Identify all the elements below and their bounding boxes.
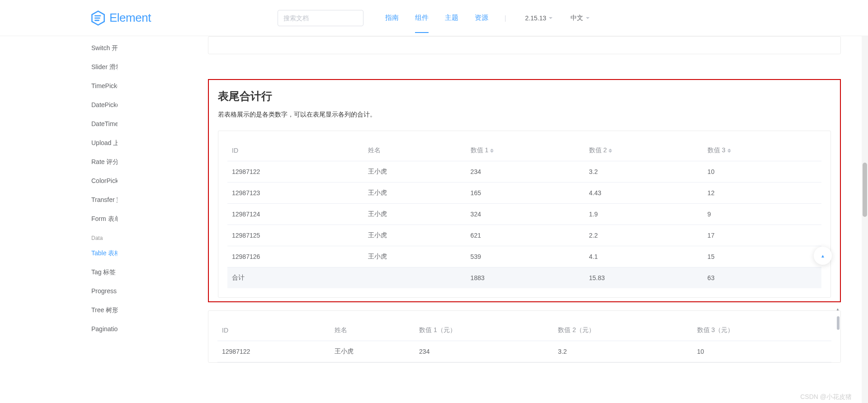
table-cell: 17 xyxy=(703,225,821,246)
table-cell: 10 xyxy=(693,341,831,362)
footer-cell: 合计 xyxy=(227,267,363,289)
content: 表尾合计行 若表格展示的是各类数字，可以在表尾显示各列的合计。 ID 姓名 数值… xyxy=(208,36,868,403)
sidebar-item-timepicker[interactable]: TimePicker 时间选择器 xyxy=(91,77,118,96)
table-cell: 621 xyxy=(466,225,585,246)
sort-caret-icon[interactable] xyxy=(727,147,731,155)
table-row[interactable]: 12987126王小虎5394.115 xyxy=(227,246,821,267)
sidebar-item-switch[interactable]: Switch 开关 xyxy=(91,39,118,58)
page-scrollbar-thumb[interactable] xyxy=(863,163,867,217)
footer-cell xyxy=(363,267,466,289)
summary-table-1: ID 姓名 数值 1 数值 2 数值 3 12987122王小虎2343.210… xyxy=(227,140,821,288)
table-cell: 12987125 xyxy=(227,225,363,246)
th-amount3[interactable]: 数值 3（元） xyxy=(693,320,831,341)
footer-cell: 63 xyxy=(703,267,821,289)
nav-resources[interactable]: 资源 xyxy=(475,3,488,33)
sidebar: Switch 开关 Slider 滑块 TimePicker 时间选择器 Dat… xyxy=(0,36,118,403)
sidebar-item-upload[interactable]: Upload 上传 xyxy=(91,134,118,153)
table-cell: 10 xyxy=(703,161,821,183)
prev-demo-card-bottom xyxy=(208,36,841,54)
table-cell: 12987123 xyxy=(227,183,363,204)
table-cell: 12987122 xyxy=(217,341,330,362)
table-cell: 3.2 xyxy=(553,341,692,362)
version-text: 2.15.13 xyxy=(525,14,547,22)
highlight-annotation: 表尾合计行 若表格展示的是各类数字，可以在表尾显示各列的合计。 ID 姓名 数值… xyxy=(208,79,841,302)
table-row[interactable]: 12987123王小虎1654.4312 xyxy=(227,183,821,204)
footer-cell: 1883 xyxy=(466,267,585,289)
th-name[interactable]: 姓名 xyxy=(363,140,466,161)
th-id[interactable]: ID xyxy=(227,140,363,161)
th-name[interactable]: 姓名 xyxy=(330,320,415,341)
sidebar-item-colorpicker[interactable]: ColorPicker 颜色选择器 xyxy=(91,172,118,191)
table-cell: 王小虎 xyxy=(363,204,466,225)
search-box xyxy=(278,10,363,26)
nav-components[interactable]: 组件 xyxy=(415,3,429,33)
table-cell: 王小虎 xyxy=(330,341,415,362)
section-desc: 若表格展示的是各类数字，可以在表尾显示各列的合计。 xyxy=(218,111,831,119)
sidebar-item-slider[interactable]: Slider 滑块 xyxy=(91,58,118,77)
sidebar-item-progress[interactable]: Progress 进度条 xyxy=(91,282,118,301)
table-cell: 4.1 xyxy=(585,246,703,267)
sidebar-group-data: Data xyxy=(91,229,118,244)
th-id[interactable]: ID xyxy=(217,320,330,341)
topbar: Element 指南 组件 主题 资源 | 2.15.13 中文 xyxy=(0,0,868,36)
chevron-down-icon xyxy=(549,17,552,21)
table-cell: 3.2 xyxy=(585,161,703,183)
main-nav: 指南 组件 主题 资源 | 2.15.13 中文 xyxy=(377,3,861,33)
table-cell: 234 xyxy=(415,341,553,362)
table-cell: 15 xyxy=(703,246,821,267)
table-cell: 12987124 xyxy=(227,204,363,225)
inner-scrollbar-thumb[interactable] xyxy=(837,316,840,330)
sidebar-item-pagination[interactable]: Pagination 分页 xyxy=(91,320,118,339)
th-amount3[interactable]: 数值 3 xyxy=(703,140,821,161)
back-to-top-button[interactable]: ▲ xyxy=(814,247,832,265)
scroll-up-icon[interactable]: ▲ xyxy=(836,307,840,311)
nav-theme[interactable]: 主题 xyxy=(445,3,458,33)
sidebar-item-table[interactable]: Table 表格 xyxy=(91,244,118,263)
table-cell: 539 xyxy=(466,246,585,267)
language-dropdown[interactable]: 中文 xyxy=(571,3,590,33)
table-row[interactable]: 12987125王小虎6212.217 xyxy=(227,225,821,246)
table-cell: 12 xyxy=(703,183,821,204)
th-amount2[interactable]: 数值 2（元） xyxy=(553,320,692,341)
sidebar-item-rate[interactable]: Rate 评分 xyxy=(91,153,118,172)
page-scrollbar-track[interactable] xyxy=(862,36,868,403)
brand-logo[interactable]: Element xyxy=(90,10,151,26)
section-title: 表尾合计行 xyxy=(218,89,831,103)
table-cell: 王小虎 xyxy=(363,246,466,267)
th-amount1[interactable]: 数值 1（元） xyxy=(415,320,553,341)
sidebar-item-datetimepicker[interactable]: DateTimePicker 日期时间选择器 xyxy=(91,115,118,134)
demo-block-2: ▲ ID 姓名 数值 1（元） 数值 2（元） 数值 3（元） 12987122… xyxy=(208,310,841,363)
sidebar-item-transfer[interactable]: Transfer 穿梭框 xyxy=(91,191,118,210)
sidebar-item-tag[interactable]: Tag 标签 xyxy=(91,263,118,282)
nav-separator: | xyxy=(505,14,506,22)
logo-icon xyxy=(90,10,106,26)
chevron-down-icon xyxy=(586,17,590,21)
sidebar-item-form[interactable]: Form 表单 xyxy=(91,210,118,229)
sort-caret-icon[interactable] xyxy=(609,147,612,155)
table-cell: 2.2 xyxy=(585,225,703,246)
table-cell: 王小虎 xyxy=(363,183,466,204)
sidebar-item-tree[interactable]: Tree 树形控件 xyxy=(91,301,118,320)
table-row[interactable]: 12987124王小虎3241.99 xyxy=(227,204,821,225)
footer-cell: 15.83 xyxy=(585,267,703,289)
table-cell: 324 xyxy=(466,204,585,225)
table-cell: 9 xyxy=(703,204,821,225)
nav-guide[interactable]: 指南 xyxy=(385,3,399,33)
version-dropdown[interactable]: 2.15.13 xyxy=(525,3,553,33)
table-cell: 4.43 xyxy=(585,183,703,204)
table-cell: 12987122 xyxy=(227,161,363,183)
table-cell: 王小虎 xyxy=(363,161,466,183)
table-row[interactable]: 12987122王小虎2343.210 xyxy=(227,161,821,183)
table-cell: 165 xyxy=(466,183,585,204)
th-amount2[interactable]: 数值 2 xyxy=(585,140,703,161)
table-cell: 234 xyxy=(466,161,585,183)
table-row[interactable]: 12987122王小虎2343.210 xyxy=(217,341,831,362)
summary-table-2: ID 姓名 数值 1（元） 数值 2（元） 数值 3（元） 12987122王小… xyxy=(217,320,831,362)
sort-caret-icon[interactable] xyxy=(490,147,494,155)
lang-text: 中文 xyxy=(571,14,583,22)
search-input[interactable] xyxy=(278,10,363,26)
th-amount1[interactable]: 数值 1 xyxy=(466,140,585,161)
watermark: CSDN @小花皮猪 xyxy=(800,393,852,401)
demo-block-1: ID 姓名 数值 1 数值 2 数值 3 12987122王小虎2343.210… xyxy=(218,131,831,298)
sidebar-item-datepicker[interactable]: DatePicker 日期选择器 xyxy=(91,96,118,115)
